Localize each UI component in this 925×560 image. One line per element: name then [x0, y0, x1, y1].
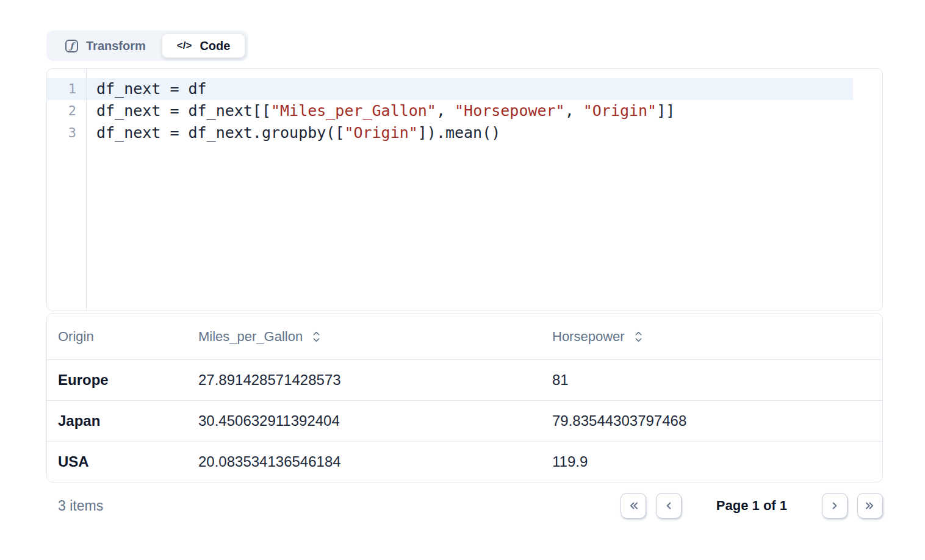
line-number: 2 [47, 100, 86, 122]
double-chevron-left-icon [627, 499, 640, 512]
view-tabbar: ƒ Transform </> Code [46, 31, 248, 61]
chevron-right-icon [828, 499, 841, 512]
column-header-label: Miles_per_Gallon [198, 329, 303, 345]
tab-code[interactable]: </> Code [162, 34, 246, 58]
sort-arrows-icon[interactable] [634, 329, 643, 344]
code-line[interactable]: df_next = df [96, 78, 882, 100]
cell-origin: Europe [47, 372, 198, 389]
tab-transform[interactable]: ƒ Transform [49, 34, 162, 58]
table-body: Europe27.89142857142857381Japan30.450632… [47, 359, 882, 482]
cell-horsepower: 81 [552, 372, 882, 389]
code-editor[interactable]: 123 df_next = dfdf_next = df_next[["Mile… [46, 68, 883, 311]
code-line[interactable]: df_next = df_next[["Miles_per_Gallon", "… [96, 100, 882, 122]
string-token: "Origin" [583, 102, 657, 120]
cell-horsepower: 119.9 [552, 453, 882, 470]
result-table: OriginMiles_per_GallonHorsepower Europe2… [46, 313, 883, 483]
code-brackets-icon: </> [177, 40, 192, 52]
tab-transform-label: Transform [86, 39, 146, 53]
cell-origin: Japan [47, 412, 198, 429]
cell-miles-per-gallon: 20.083534136546184 [198, 453, 552, 470]
double-chevron-right-icon [863, 499, 877, 512]
cell-miles-per-gallon: 27.891428571428573 [198, 372, 552, 389]
column-header-miles_per_gallon[interactable]: Miles_per_Gallon [198, 329, 552, 345]
code-area[interactable]: df_next = dfdf_next = df_next[["Miles_pe… [87, 69, 882, 311]
chevron-left-icon [662, 499, 675, 512]
code-token: , [565, 102, 583, 120]
tab-code-label: Code [200, 39, 230, 53]
sort-arrows-icon[interactable] [312, 329, 321, 344]
column-header-horsepower[interactable]: Horsepower [552, 329, 882, 345]
next-page-button[interactable] [822, 493, 848, 519]
string-token: "Miles_per_Gallon" [271, 102, 436, 120]
column-header-origin: Origin [47, 329, 198, 345]
column-header-label: Origin [58, 329, 94, 345]
dataframe-widget: ƒ Transform </> Code 123 df_next = dfdf_… [0, 0, 925, 519]
code-token: ]).mean() [418, 124, 500, 142]
page-indicator: Page 1 of 1 [716, 498, 787, 514]
column-header-label: Horsepower [552, 329, 625, 345]
first-page-button[interactable] [621, 493, 646, 519]
code-token: df_next = df [96, 80, 207, 98]
table-row: Europe27.89142857142857381 [47, 359, 882, 400]
line-number-gutter: 123 [47, 69, 87, 311]
table-row: USA20.083534136546184119.9 [47, 441, 882, 482]
function-icon: ƒ [65, 40, 78, 52]
line-number: 3 [47, 122, 86, 144]
line-number: 1 [47, 78, 86, 100]
code-line[interactable]: df_next = df_next.groupby(["Origin"]).me… [96, 122, 882, 144]
string-token: "Origin" [344, 124, 417, 142]
code-token: ]] [657, 102, 675, 120]
code-token: df_next = df_next[[ [96, 102, 271, 120]
last-page-button[interactable] [857, 493, 883, 519]
table-row: Japan30.45063291139240479.83544303797468 [47, 400, 882, 441]
cell-horsepower: 79.83544303797468 [552, 412, 882, 429]
table-header-row: OriginMiles_per_GallonHorsepower [47, 314, 882, 359]
table-footer: 3 items Page 1 of 1 [46, 492, 883, 519]
items-count: 3 items [58, 498, 103, 514]
previous-page-button[interactable] [656, 493, 682, 519]
pagination: Page 1 of 1 [621, 493, 883, 519]
cell-origin: USA [47, 453, 198, 470]
cell-miles-per-gallon: 30.450632911392404 [198, 412, 552, 429]
code-token: df_next = df_next.groupby([ [96, 124, 344, 142]
code-token: , [436, 102, 455, 120]
string-token: "Horsepower" [455, 102, 565, 120]
